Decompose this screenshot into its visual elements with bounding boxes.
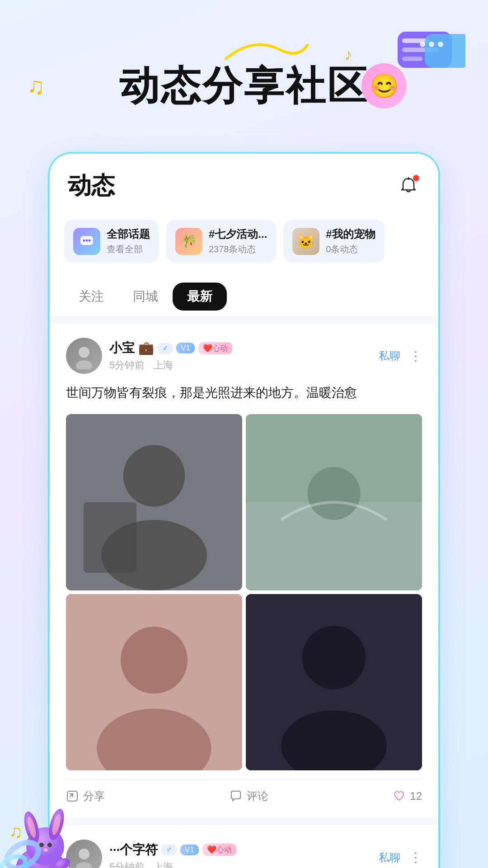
xindong-badge-2: ❤️心动 [202,844,236,856]
avatar-1[interactable] [66,338,102,374]
svg-point-44 [39,843,44,847]
svg-point-13 [79,347,89,358]
avatar-2[interactable] [66,840,102,868]
svg-point-10 [83,239,85,241]
music-note-bottom-icon: ♫ [9,821,23,842]
post-card-1: 小宝 💼 ♂ V1 ❤️心动 5分钟前 上海 私聊 ⋮ 世间万物皆有裂痕，那是光… [50,323,438,818]
chat-icon [79,233,95,250]
user-meta-1: 5分钟前 上海 [109,359,232,372]
svg-rect-4 [425,34,465,68]
avatar-image-1 [70,342,98,369]
name-row-2: ···个字符 ♂ V1 ❤️心动 [109,841,236,859]
svg-rect-3 [402,57,422,61]
tab-latest[interactable]: 最新 [173,283,227,311]
post-user-2: ···个字符 ♂ V1 ❤️心动 5分钟前 上海 [66,840,236,868]
topic-icon-pet: 🐱 [292,228,319,255]
post-header-1: 小宝 💼 ♂ V1 ❤️心动 5分钟前 上海 私聊 ⋮ [66,338,422,374]
smiley-icon: 😊 [361,63,407,108]
comment-label-1: 评论 [247,789,268,803]
tab-nearby[interactable]: 同城 [118,283,173,311]
notification-button[interactable] [397,174,420,198]
vip-badge-1: V1 [176,343,195,354]
name-row-1: 小宝 💼 ♂ V1 ❤️心动 [109,340,232,357]
user-info-2: ···个字符 ♂ V1 ❤️心动 5分钟前 上海 [109,841,236,868]
svg-point-26 [302,626,366,689]
svg-point-21 [308,467,361,520]
tab-follow[interactable]: 关注 [64,283,118,311]
svg-point-12 [89,239,91,241]
post-text-1: 世间万物皆有裂痕，那是光照进来的地方。温暖治愈 [66,383,422,403]
user-info-1: 小宝 💼 ♂ V1 ❤️心动 5分钟前 上海 [109,340,232,372]
private-chat-button-2[interactable]: 私聊 [379,850,400,865]
hero-section: ♫ ♪ ♩ 😊 动态分享社区 [0,0,488,154]
svg-point-46 [43,848,48,852]
post-actions-1: 私聊 ⋮ [379,349,422,363]
tab-bar: 关注 同城 最新 [50,274,438,316]
like-count-1: 12 [410,790,422,802]
gender-badge-1: ♂ [158,343,173,354]
comment-action-1[interactable]: 评论 [230,789,268,803]
xindong-badge-1: ❤️心动 [198,342,232,354]
more-options-button-1[interactable]: ⋮ [409,349,422,363]
svg-point-30 [76,862,92,868]
music-note-left-icon: ♫ [27,72,45,99]
svg-point-16 [123,445,185,507]
post-user-1: 小宝 💼 ♂ V1 ❤️心动 5分钟前 上海 [66,338,232,374]
notification-badge [413,175,419,181]
post-image-1-2[interactable] [246,414,422,590]
topic-text-all: 全部话题 查看全部 [107,227,150,255]
share-icon [66,790,79,802]
page-title: 动态 [68,170,115,202]
heart-icon [393,790,405,802]
avatar-image-2 [70,844,98,868]
svg-rect-18 [84,502,136,573]
username-1: 小宝 💼 [109,340,154,357]
chat-bubble-icon [393,27,465,81]
username-2: ···个字符 [109,841,158,859]
vip-badge-2: V1 [180,844,199,855]
topic-card-all[interactable]: 全部话题 查看全部 [64,220,159,263]
svg-point-43 [0,853,28,868]
like-action-1[interactable]: 12 [393,790,422,802]
hero-title: 动态分享社区 [119,59,369,113]
more-options-button-2[interactable]: ⋮ [409,850,422,865]
share-label-1: 分享 [83,789,105,803]
topic-text-pet: #我的宠物 0条动态 [326,227,375,255]
user-meta-2: 5分钟前 上海 [109,860,236,868]
topic-cards-list: 全部话题 查看全部 🎋 #七夕活动... 2378条动态 🐱 #我的宠物 0条动… [50,211,438,274]
app-content: 动态 [50,154,438,868]
post-actions-2: 私聊 ⋮ [379,850,422,865]
app-header: 动态 [50,154,438,211]
topic-text-qixi: #七夕活动... 2378条动态 [209,227,267,255]
phone-mockup: 动态 [50,154,438,868]
post-image-1-3[interactable] [66,594,242,770]
private-chat-button-1[interactable]: 私聊 [379,349,400,363]
svg-point-11 [86,239,88,241]
post-header-2: ···个字符 ♂ V1 ❤️心动 5分钟前 上海 私聊 ⋮ [66,840,422,868]
topic-card-qixi[interactable]: 🎋 #七夕活动... 2378条动态 [166,220,276,263]
svg-point-29 [79,849,89,859]
share-action-1[interactable]: 分享 [66,789,105,803]
svg-point-23 [121,627,188,693]
topic-icon-all [73,228,100,255]
post-image-1-1[interactable] [66,414,242,590]
post-image-grid-1 [66,414,422,770]
svg-point-6 [429,42,434,47]
svg-point-42 [2,837,43,868]
post-card-2: ···个字符 ♂ V1 ❤️心动 5分钟前 上海 私聊 ⋮ 痕，那是光照进来的地… [50,825,438,868]
svg-point-7 [438,42,443,47]
post-footer-1: 分享 评论 12 [66,779,422,803]
comment-icon [230,790,242,802]
svg-point-14 [76,360,92,369]
svg-point-5 [420,42,425,47]
svg-point-39 [26,816,38,839]
post-image-1-4[interactable] [246,594,422,770]
topic-card-pet[interactable]: 🐱 #我的宠物 0条动态 [283,220,384,263]
topic-icon-qixi: 🎋 [175,228,202,255]
svg-point-38 [21,810,42,844]
gender-badge-2: ♂ [161,844,177,855]
